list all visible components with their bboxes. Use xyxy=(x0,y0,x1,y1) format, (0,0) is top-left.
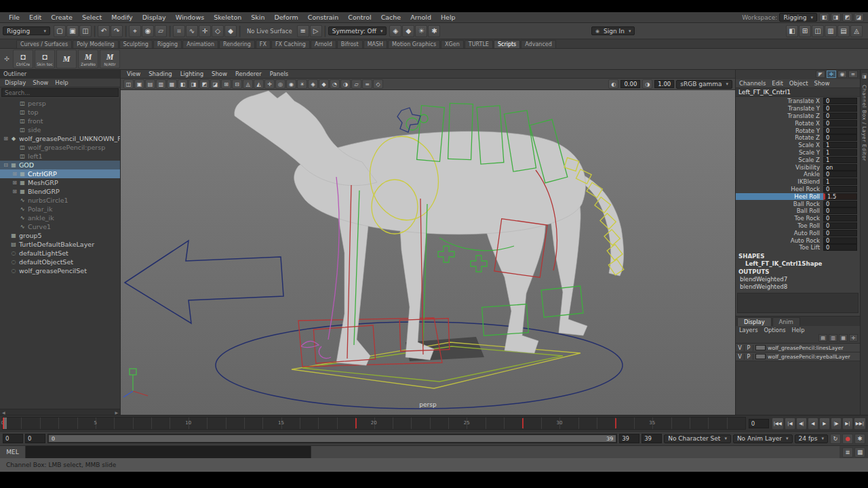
custom-layout-icon[interactable]: ◬ xyxy=(850,25,863,37)
channel-attribute-row[interactable]: Scale Z 1 xyxy=(736,156,860,163)
range-slider-track[interactable]: 0 39 xyxy=(47,434,617,443)
outliner-item[interactable]: ⊞ ▦ CntrlGRP xyxy=(0,169,120,178)
layer-color-swatch[interactable] xyxy=(755,354,766,359)
channel-box-mode-icon[interactable]: ◤ xyxy=(816,70,825,78)
menu-item[interactable]: Arnold xyxy=(406,13,436,22)
channel-box-toggle-icon[interactable]: ◪ xyxy=(854,13,864,22)
shelf-tab[interactable]: Curves / Surfaces xyxy=(16,40,72,48)
viewport-toolbar-icon[interactable]: ⊞ xyxy=(221,79,231,89)
channel-attribute-name[interactable]: Heel Rock xyxy=(736,186,823,192)
time-slider-track[interactable]: 05101520253035 xyxy=(2,417,746,430)
shelf-button[interactable]: M ZeroNo xyxy=(78,49,98,68)
redo-icon[interactable]: ↷ xyxy=(111,25,123,37)
output-operations-icon[interactable]: ▷ xyxy=(310,25,322,37)
go-to-start-button[interactable]: |◀◀ xyxy=(772,418,784,430)
shelf-button[interactable]: M xyxy=(56,49,77,68)
toon-shading-icon[interactable]: ✱ xyxy=(428,25,440,37)
channel-attribute-value[interactable]: 0 xyxy=(823,186,857,192)
layer-playback-toggle[interactable]: P xyxy=(745,354,753,360)
channel-attribute-row[interactable]: Visibility on xyxy=(736,163,860,171)
channel-box-menu[interactable]: Show xyxy=(814,80,829,87)
go-to-end-button[interactable]: ▶▶| xyxy=(854,418,866,430)
timeline-keyframe-marker[interactable] xyxy=(522,418,524,428)
channel-attribute-name[interactable]: Ball Roll xyxy=(736,207,823,214)
channel-box-menu[interactable]: Object xyxy=(789,80,808,87)
scroll-right-icon[interactable]: ▶ xyxy=(115,410,118,415)
outliner-item[interactable]: ◫ persp xyxy=(0,99,120,108)
menu-item[interactable]: Deform xyxy=(269,13,302,22)
channel-attribute-value[interactable]: 0 xyxy=(823,201,857,207)
current-time-field[interactable] xyxy=(749,419,769,428)
shelf-tab[interactable]: Arnold xyxy=(311,40,336,48)
outliner-item[interactable]: ◫ front xyxy=(0,117,120,125)
viewport-toolbar-icon[interactable]: ◎ xyxy=(275,79,285,89)
menu-item[interactable]: Cache xyxy=(376,13,406,22)
outliner-item[interactable]: ⊞ ▦ BlendGRP xyxy=(0,187,120,196)
channel-attribute-name[interactable]: Translate Y xyxy=(736,105,823,112)
viewport-canvas[interactable]: persp xyxy=(121,90,735,415)
two-pane-side-layout-icon[interactable]: ◫ xyxy=(812,25,824,37)
step-back-frame-button[interactable]: ◀| xyxy=(796,418,807,430)
viewport-toolbar-icon[interactable]: ◨ xyxy=(189,79,199,89)
channel-attribute-row[interactable]: Heel Roll 1.5 xyxy=(736,192,860,200)
colorspace-select[interactable]: sRGB gamma▾ xyxy=(676,80,732,89)
channel-attribute-row[interactable]: Rotate Y 0 xyxy=(736,127,860,134)
menu-item[interactable]: Edit xyxy=(24,13,46,22)
shelf-button[interactable]: ◘ CtrlCre xyxy=(13,49,33,68)
playback-end-field[interactable] xyxy=(642,434,662,443)
outliner-item[interactable]: ∿ Curve1 xyxy=(0,222,120,231)
shelf-tab[interactable]: Rigging xyxy=(153,40,182,48)
channel-attribute-value[interactable]: 0 xyxy=(823,105,857,112)
viewport-toolbar-icon[interactable]: ◈ xyxy=(308,79,318,89)
viewport-toolbar-icon[interactable]: ▣ xyxy=(134,79,144,89)
channel-attribute-row[interactable]: IKBlend 1 xyxy=(736,178,860,186)
channel-attribute-value[interactable]: 1 xyxy=(823,149,857,156)
undo-icon[interactable]: ↶ xyxy=(98,25,110,37)
step-back-key-button[interactable]: |◀ xyxy=(785,418,795,430)
viewport-toolbar-icon[interactable]: ◭ xyxy=(254,79,264,89)
render-current-frame-icon[interactable]: ◈ xyxy=(389,25,401,37)
channel-speed-icon[interactable]: ◉ xyxy=(837,70,847,78)
outliner-item[interactable]: ◫ left1 xyxy=(0,152,120,161)
persp-graph-layout-icon[interactable]: ▤ xyxy=(837,25,850,37)
expander-icon[interactable]: ⊟ xyxy=(2,162,9,168)
viewport-toolbar-icon[interactable]: ◇ xyxy=(373,79,383,89)
separator[interactable]: │ xyxy=(167,25,172,37)
viewport-toolbar-icon[interactable]: ▱ xyxy=(351,79,361,89)
shelf-tab[interactable]: Advanced xyxy=(521,40,556,48)
output-node[interactable]: blendWeighted8 xyxy=(736,283,860,290)
file-save-icon[interactable]: ◫ xyxy=(79,25,92,37)
channel-attribute-value[interactable]: 0 xyxy=(823,222,857,229)
outliner-menu[interactable]: Help xyxy=(55,79,68,86)
snap-to-grid-icon[interactable]: ⌗ xyxy=(173,25,185,37)
new-layer-from-selected-icon[interactable]: ✛ xyxy=(849,334,858,342)
viewport-toolbar-icon[interactable]: ◔ xyxy=(330,79,340,89)
outliner-item[interactable]: ∿ nurbsCircle1 xyxy=(0,196,120,205)
outliner-item[interactable]: ◫ side xyxy=(0,125,120,134)
shelf-tab[interactable]: Scripts xyxy=(494,40,520,48)
channel-attribute-value[interactable]: 1 xyxy=(823,157,857,163)
viewport-toolbar-icon[interactable]: ◑ xyxy=(340,79,351,89)
shelf-tab[interactable]: Rendering xyxy=(219,40,255,48)
animation-preferences-icon[interactable]: ✱ xyxy=(854,434,865,444)
outliner-item[interactable]: ◫ top xyxy=(0,108,120,117)
play-forwards-button[interactable]: ▶ xyxy=(819,418,830,430)
channel-attribute-row[interactable]: Ball Rock 0 xyxy=(736,200,860,207)
menu-item[interactable]: Modify xyxy=(106,13,137,22)
separator[interactable]: │ xyxy=(123,25,128,37)
shelf-tab[interactable]: XGen xyxy=(441,40,464,48)
menu-item[interactable]: Select xyxy=(77,13,106,22)
channel-attribute-row[interactable]: Translate X 0 xyxy=(736,98,860,105)
viewport-menu[interactable]: Renderer xyxy=(235,70,262,77)
viewport-menu[interactable]: Lighting xyxy=(180,70,203,77)
outliner-item[interactable]: ◌ defaultLightSet xyxy=(0,249,120,258)
make-live-icon[interactable]: ◆ xyxy=(224,25,237,37)
file-new-icon[interactable]: ▢ xyxy=(54,25,66,37)
tool-settings-toggle-icon[interactable]: ◩ xyxy=(842,13,852,22)
channel-attribute-name[interactable]: Toe Roll xyxy=(736,222,823,229)
channel-attribute-name[interactable]: Ball Rock xyxy=(736,201,823,207)
shelf-options-gear-icon[interactable]: ✣ xyxy=(2,50,12,68)
separator[interactable]: │ xyxy=(92,25,97,37)
timeline-keyframe-marker[interactable] xyxy=(615,418,616,428)
collapse-panel-icon[interactable]: ◨ xyxy=(861,73,868,79)
